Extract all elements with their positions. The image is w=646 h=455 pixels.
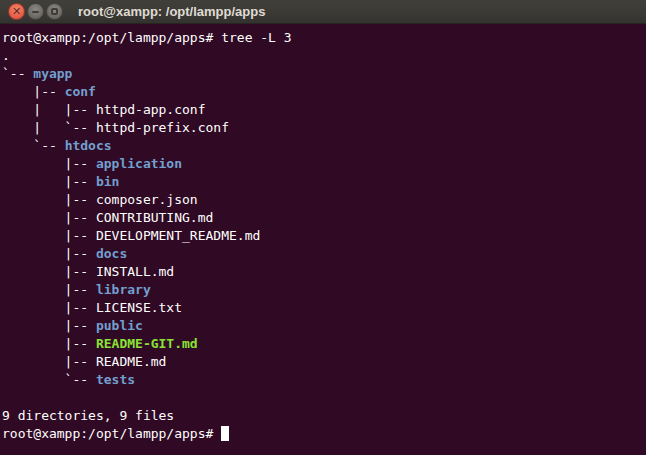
terminal-text: |-- composer.json bbox=[2, 192, 198, 207]
terminal-line: `-- tests bbox=[2, 371, 646, 389]
terminal-text: . bbox=[2, 48, 10, 63]
maximize-icon bbox=[51, 8, 58, 15]
terminal-line: |-- bin bbox=[2, 173, 646, 191]
terminal-text: |-- bbox=[2, 246, 96, 261]
close-icon: ✕ bbox=[12, 6, 21, 17]
terminal-text: |-- bbox=[2, 336, 96, 351]
terminal-line: |-- DEVELOPMENT_README.md bbox=[2, 227, 646, 245]
terminal-text: |-- INSTALL.md bbox=[2, 264, 174, 279]
terminal-line: |-- conf bbox=[2, 83, 646, 101]
terminal-text: bin bbox=[96, 174, 119, 189]
terminal-text: |-- bbox=[2, 174, 96, 189]
terminal-line: |-- public bbox=[2, 317, 646, 335]
window-title: root@xampp: /opt/lampp/apps bbox=[78, 4, 265, 19]
terminal-line: |-- docs bbox=[2, 245, 646, 263]
terminal-line: |-- CONTRIBUTING.md bbox=[2, 209, 646, 227]
terminal-line: 9 directories, 9 files bbox=[2, 407, 646, 425]
close-button[interactable]: ✕ bbox=[8, 3, 25, 20]
terminal-text: root@xampp:/opt/lampp/apps# bbox=[2, 426, 221, 441]
terminal-text: | `-- httpd-prefix.conf bbox=[2, 120, 229, 135]
terminal-text: |-- README.md bbox=[2, 354, 166, 369]
terminal-line: |-- composer.json bbox=[2, 191, 646, 209]
terminal-text: `-- bbox=[2, 372, 96, 387]
terminal-window: ✕ root@xampp: /opt/lampp/apps root@xampp… bbox=[0, 0, 646, 455]
terminal-line: . bbox=[2, 47, 646, 65]
terminal-line bbox=[2, 389, 646, 407]
terminal-line: |-- README-GIT.md bbox=[2, 335, 646, 353]
terminal-line: | `-- httpd-prefix.conf bbox=[2, 119, 646, 137]
terminal-line: root@xampp:/opt/lampp/apps# tree -L 3 bbox=[2, 29, 646, 47]
terminal-text: htdocs bbox=[65, 138, 112, 153]
terminal-text: `-- bbox=[2, 138, 65, 153]
minimize-icon bbox=[32, 11, 39, 13]
terminal-text: | |-- httpd-app.conf bbox=[2, 102, 206, 117]
terminal-text: tests bbox=[96, 372, 135, 387]
terminal-text: |-- bbox=[2, 156, 96, 171]
terminal-line: |-- INSTALL.md bbox=[2, 263, 646, 281]
terminal-body[interactable]: root@xampp:/opt/lampp/apps# tree -L 3.`-… bbox=[0, 24, 646, 455]
terminal-line: `-- myapp bbox=[2, 65, 646, 83]
terminal-text: |-- CONTRIBUTING.md bbox=[2, 210, 213, 225]
titlebar[interactable]: ✕ root@xampp: /opt/lampp/apps bbox=[0, 0, 646, 24]
terminal-line: `-- htdocs bbox=[2, 137, 646, 155]
terminal-text: public bbox=[96, 318, 143, 333]
terminal-text: |-- bbox=[2, 282, 96, 297]
terminal-line: root@xampp:/opt/lampp/apps# bbox=[2, 425, 646, 443]
terminal-text: |-- bbox=[2, 318, 96, 333]
terminal-line: |-- README.md bbox=[2, 353, 646, 371]
terminal-cursor bbox=[221, 426, 229, 441]
terminal-text: |-- DEVELOPMENT_README.md bbox=[2, 228, 260, 243]
terminal-text: |-- LICENSE.txt bbox=[2, 300, 182, 315]
terminal-text: `-- bbox=[2, 66, 33, 81]
maximize-button[interactable] bbox=[46, 3, 63, 20]
terminal-text: root@xampp:/opt/lampp/apps# tree -L 3 bbox=[2, 30, 292, 45]
terminal-line: | |-- httpd-app.conf bbox=[2, 101, 646, 119]
terminal-text: library bbox=[96, 282, 151, 297]
terminal-text: README-GIT.md bbox=[96, 336, 198, 351]
terminal-text: myapp bbox=[33, 66, 72, 81]
terminal-text: docs bbox=[96, 246, 127, 261]
terminal-line: |-- LICENSE.txt bbox=[2, 299, 646, 317]
terminal-text: |-- bbox=[2, 84, 65, 99]
screen: { "window": { "title": "root@xampp: /opt… bbox=[0, 0, 646, 455]
terminal-text: 9 directories, 9 files bbox=[2, 408, 174, 423]
terminal-text: application bbox=[96, 156, 182, 171]
minimize-button[interactable] bbox=[27, 3, 44, 20]
terminal-line: |-- library bbox=[2, 281, 646, 299]
terminal-text: conf bbox=[65, 84, 96, 99]
terminal-line: |-- application bbox=[2, 155, 646, 173]
